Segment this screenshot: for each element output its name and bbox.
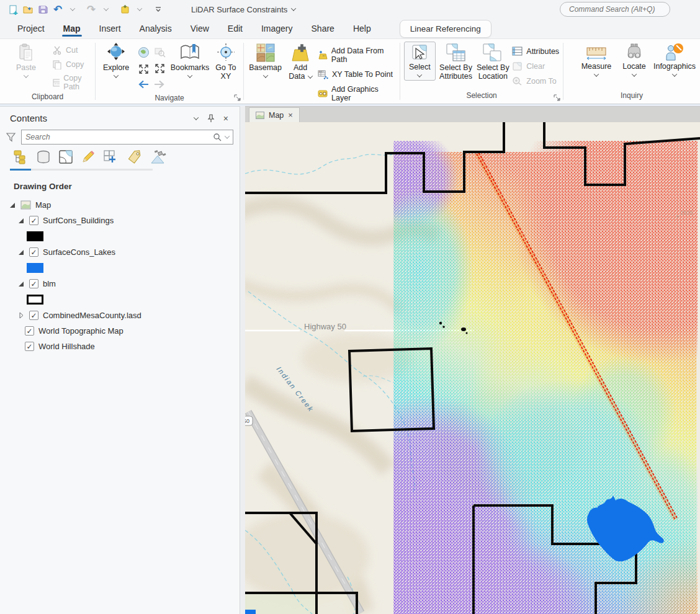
layer-visibility-checkbox[interactable]: ✓ <box>25 342 34 351</box>
customize-toolbar-icon[interactable] <box>151 2 165 17</box>
add-data-from-path-button[interactable]: Add Data From Path <box>318 47 396 64</box>
contents-search-input[interactable] <box>25 133 209 141</box>
expander-icon[interactable] <box>17 250 25 255</box>
add-data-button[interactable]: Add Data <box>285 42 315 81</box>
locate-chevron[interactable] <box>632 71 637 76</box>
open-project-icon[interactable] <box>21 2 35 17</box>
select-by-location-button[interactable]: Select By Location <box>476 42 509 81</box>
command-search-input[interactable] <box>569 5 666 14</box>
add-package-icon[interactable] <box>118 2 132 17</box>
layer-row-world-hillshade[interactable]: ✓ World Hillshade <box>5 339 240 354</box>
undo-button[interactable]: ↶ <box>51 2 65 17</box>
list-by-editing-tab[interactable] <box>81 149 96 171</box>
basemap-button[interactable]: Basemap <box>248 42 283 78</box>
fixed-zoom-in-button[interactable] <box>135 60 151 76</box>
layer-row-surfcons-buildings[interactable]: ✓ SurfCons_Buildings <box>5 213 240 228</box>
buildings-symbol-swatch[interactable] <box>26 231 45 242</box>
bookmarks-chevron[interactable] <box>187 73 192 78</box>
tab-analysis[interactable]: Analysis <box>132 20 179 37</box>
layer-visibility-checkbox[interactable]: ✓ <box>29 279 38 288</box>
infographics-button[interactable]: Infographics <box>653 42 696 77</box>
pane-options-chevron[interactable] <box>194 115 199 120</box>
redo-button[interactable]: ↷ <box>84 2 98 17</box>
paste-button[interactable]: Paste <box>12 42 40 78</box>
tab-edit[interactable]: Edit <box>220 20 250 37</box>
search-options-chevron[interactable] <box>225 133 230 138</box>
tab-linear-referencing[interactable]: Linear Referencing <box>400 20 491 38</box>
zoom-to-selection-small-button[interactable]: Zoom To <box>512 76 559 86</box>
infographics-chevron[interactable] <box>672 71 677 76</box>
lakes-symbol-swatch[interactable] <box>26 262 45 274</box>
expander-icon[interactable] <box>9 203 16 208</box>
select-chevron[interactable] <box>417 72 422 77</box>
go-to-xy-button[interactable]: Go To XY <box>212 42 240 81</box>
measure-chevron[interactable] <box>594 71 599 76</box>
copy-path-button[interactable]: Copy Path <box>52 74 91 91</box>
close-tab-icon[interactable]: × <box>288 110 293 120</box>
expander-collapsed-icon[interactable] <box>17 312 25 319</box>
layer-row-surfacecons-lakes[interactable]: ✓ SurfaceCons_Lakes <box>5 244 240 260</box>
command-search[interactable] <box>560 2 670 17</box>
redo-dropdown-chevron[interactable] <box>99 2 113 17</box>
explore-button[interactable]: Explore <box>99 42 133 78</box>
list-by-selection-tab[interactable] <box>58 149 73 171</box>
tab-view[interactable]: View <box>183 20 217 37</box>
attributes-button[interactable]: Attributes <box>512 47 559 56</box>
list-by-perspective-tab[interactable] <box>150 149 168 171</box>
package-dropdown-chevron[interactable] <box>133 2 146 17</box>
new-project-icon[interactable] <box>6 2 20 17</box>
select-by-attributes-button[interactable]: Select By Attributes <box>438 42 474 81</box>
xy-table-to-point-button[interactable]: EXY XY Table To Point <box>318 69 396 79</box>
undo-dropdown-chevron[interactable] <box>66 2 79 17</box>
tab-imagery[interactable]: Imagery <box>254 20 300 37</box>
tab-insert[interactable]: Insert <box>92 20 128 37</box>
previous-extent-button[interactable] <box>135 76 151 92</box>
layer-row-blm[interactable]: ✓ blm <box>5 276 240 291</box>
expander-icon[interactable] <box>17 218 25 223</box>
zoom-to-selection-button[interactable] <box>151 44 168 60</box>
layer-visibility-checkbox[interactable]: ✓ <box>29 311 38 320</box>
layer-row-combinedmesacounty[interactable]: ✓ CombinedMesaCounty.lasd <box>5 308 240 323</box>
layer-row-world-topographic[interactable]: ✓ World Topographic Map <box>5 323 240 339</box>
add-data-chevron[interactable] <box>308 73 313 78</box>
close-pane-icon[interactable]: × <box>223 113 228 123</box>
cut-button[interactable]: Cut <box>52 45 91 55</box>
layer-visibility-checkbox[interactable]: ✓ <box>25 326 34 336</box>
project-title[interactable]: LiDAR Surface Constraints <box>191 5 295 14</box>
clear-selection-button[interactable]: Clear <box>512 61 559 71</box>
blm-symbol-swatch[interactable] <box>26 294 45 305</box>
map-view-tab[interactable]: Map × <box>249 107 300 122</box>
select-button[interactable]: Select <box>404 42 436 81</box>
tab-map[interactable]: Map <box>56 20 88 37</box>
copy-button[interactable]: Copy <box>52 60 91 69</box>
explore-chevron[interactable] <box>114 73 119 78</box>
full-extent-button[interactable] <box>135 44 151 60</box>
basemap-chevron[interactable] <box>262 73 267 78</box>
layer-row-map[interactable]: Map <box>5 197 240 213</box>
selection-dialog-launcher-icon[interactable] <box>554 94 560 101</box>
add-graphics-layer-button[interactable]: Add Graphics Layer <box>318 85 396 102</box>
save-project-icon[interactable] <box>36 2 50 17</box>
filter-icon[interactable] <box>6 133 16 142</box>
tab-help[interactable]: Help <box>346 20 379 37</box>
measure-button[interactable]: Measure <box>577 42 616 77</box>
navigate-dialog-launcher-icon[interactable] <box>234 94 241 101</box>
paste-chevron[interactable] <box>24 73 29 78</box>
fixed-zoom-out-button[interactable] <box>151 60 168 76</box>
pane-splitter[interactable] <box>240 106 245 614</box>
list-by-drawing-order-tab[interactable] <box>12 149 29 171</box>
layer-visibility-checkbox[interactable]: ✓ <box>29 247 38 257</box>
expander-icon[interactable] <box>17 282 25 287</box>
bookmarks-button[interactable]: Bookmarks <box>170 42 210 78</box>
layer-visibility-checkbox[interactable]: ✓ <box>29 216 38 225</box>
pin-icon[interactable] <box>207 114 215 123</box>
locate-button[interactable]: Locate <box>618 42 650 77</box>
contents-search-box[interactable] <box>21 130 233 145</box>
list-by-data-source-tab[interactable] <box>36 149 51 171</box>
list-by-snapping-tab[interactable] <box>103 149 119 171</box>
tab-project[interactable]: Project <box>10 20 52 37</box>
map-canvas[interactable]: 50 Highway 50 Indian Creek <box>245 122 700 614</box>
next-extent-button[interactable] <box>151 76 168 92</box>
tab-share[interactable]: Share <box>304 20 342 37</box>
list-by-labeling-tab[interactable] <box>127 149 143 171</box>
